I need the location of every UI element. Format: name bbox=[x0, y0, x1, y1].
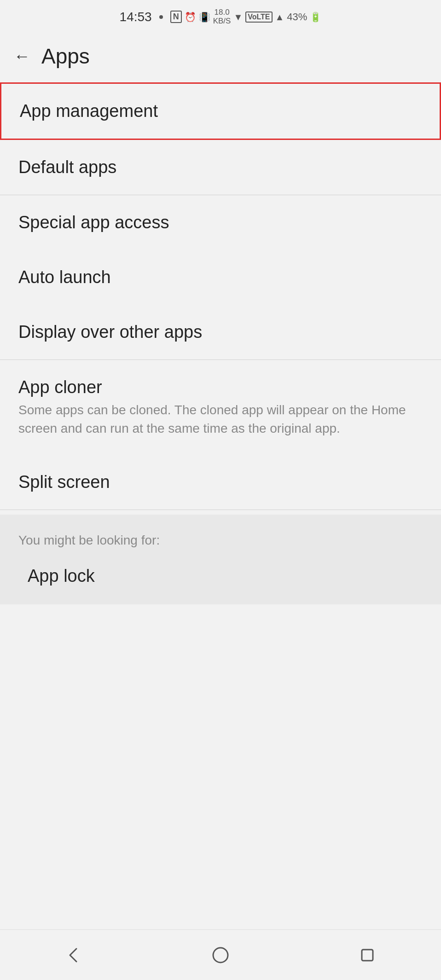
menu-item-label-display-over: Display over other apps bbox=[18, 322, 202, 342]
divider-3 bbox=[0, 510, 441, 510]
battery-icon: 🔋 bbox=[310, 12, 321, 22]
status-icons: N ⏰ 📳 18.0KB/S ▼ VoLTE ▲ 43% 🔋 bbox=[170, 8, 322, 25]
nfc-icon: N bbox=[170, 11, 182, 23]
menu-item-auto-launch[interactable]: Auto launch bbox=[0, 250, 441, 305]
svg-rect-1 bbox=[362, 950, 373, 961]
nav-home-button[interactable] bbox=[210, 945, 231, 965]
back-button[interactable]: ← bbox=[14, 46, 30, 66]
wifi-icon: ▼ bbox=[233, 12, 243, 22]
nav-recent-button[interactable] bbox=[357, 945, 377, 965]
suggestion-box: You might be looking for: App lock bbox=[0, 515, 441, 604]
menu-item-label-app-cloner: App cloner bbox=[18, 377, 423, 397]
menu-item-subtitle-app-cloner: Some apps can be cloned. The cloned app … bbox=[18, 401, 423, 437]
data-speed-icon: 18.0KB/S bbox=[213, 8, 231, 25]
svg-point-0 bbox=[213, 948, 228, 963]
menu-item-special-app-access[interactable]: Special app access bbox=[0, 195, 441, 250]
home-nav-icon bbox=[210, 945, 231, 965]
suggestion-item-app-lock[interactable]: App lock bbox=[18, 557, 423, 595]
battery-text: 43% bbox=[287, 11, 307, 23]
alarm-icon: ⏰ bbox=[185, 12, 196, 22]
status-time: 14:53 bbox=[120, 10, 152, 24]
content: App management Default apps Special app … bbox=[0, 82, 441, 604]
nav-back-button[interactable] bbox=[64, 945, 84, 965]
menu-item-split-screen[interactable]: Split screen bbox=[0, 455, 441, 510]
volte-icon: VoLTE bbox=[245, 12, 272, 23]
page-title: Apps bbox=[41, 44, 90, 69]
menu-item-app-cloner[interactable]: App cloner Some apps can be cloned. The … bbox=[0, 360, 441, 454]
menu-item-label-split-screen: Split screen bbox=[18, 472, 110, 492]
signal-icon: ▲ bbox=[275, 12, 284, 22]
status-bar: 14:53 N ⏰ 📳 18.0KB/S ▼ VoLTE ▲ 43% 🔋 bbox=[0, 0, 441, 30]
menu-item-default-apps[interactable]: Default apps bbox=[0, 140, 441, 195]
menu-item-label-auto-launch: Auto launch bbox=[18, 267, 111, 287]
header: ← Apps bbox=[0, 30, 441, 82]
menu-item-label-app-management: App management bbox=[20, 101, 158, 121]
menu-item-display-over-other-apps[interactable]: Display over other apps bbox=[0, 305, 441, 360]
back-nav-icon bbox=[64, 945, 84, 965]
status-dot bbox=[159, 15, 163, 19]
vibrate-icon: 📳 bbox=[199, 12, 210, 22]
nav-bar bbox=[0, 929, 441, 980]
menu-item-app-management[interactable]: App management bbox=[0, 82, 441, 140]
menu-item-label-special-app-access: Special app access bbox=[18, 213, 169, 232]
menu-item-label-default-apps: Default apps bbox=[18, 157, 116, 177]
suggestion-label: You might be looking for: bbox=[18, 533, 423, 548]
recent-nav-icon bbox=[357, 945, 377, 965]
